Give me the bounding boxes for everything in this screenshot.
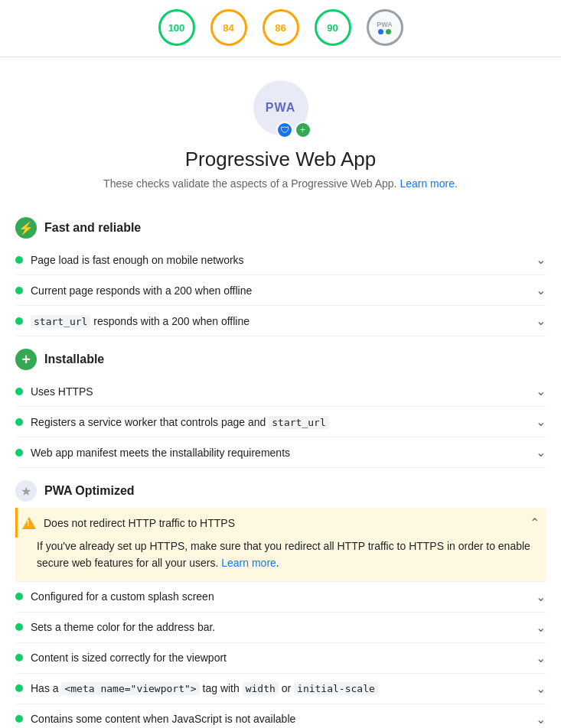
fast-reliable-title: Fast and reliable [44,221,141,235]
audit-start-url[interactable]: start_url responds with a 200 when offli… [15,306,546,336]
chevron-down-icon: ⌄ [536,252,546,267]
audit-label: Uses HTTPS [31,385,528,398]
audit-dot-pass [15,418,23,426]
audit-viewport-size[interactable]: Content is sized correctly for the viewp… [15,643,546,674]
audit-label: Web app manifest meets the installabilit… [31,447,528,459]
audit-dot-pass [15,593,23,600]
chevron-down-icon: ⌄ [536,712,546,726]
installable-title: Installable [44,353,104,366]
section-pwa-optimized-header: ★ PWA Optimized [15,468,546,508]
warning-icon [22,516,36,530]
chevron-down-icon: ⌄ [536,384,546,398]
chevron-down-icon: ⌄ [536,314,546,328]
audit-label: Content is sized correctly for the viewp… [31,652,528,664]
audit-manifest[interactable]: Web app manifest meets the installabilit… [15,437,546,468]
audit-https[interactable]: Uses HTTPS ⌄ [15,376,546,407]
pwa-optimized-icon: ★ [15,480,37,502]
pwa-optimized-title: PWA Optimized [44,484,135,498]
audit-label: Current page responds with a 200 when of… [31,284,528,297]
main-content: PWA 🛡 + Progressive Web App These checks… [0,57,561,728]
audit-expanded-detail: If you've already set up HTTPS, make sur… [15,538,546,582]
audit-theme-color[interactable]: Sets a theme color for the address bar. … [15,613,546,643]
chevron-down-icon: ⌄ [536,681,546,696]
audit-dot-pass [15,388,23,395]
chevron-down-icon: ⌄ [536,445,546,460]
hero-badge-shield: 🛡 [276,122,293,138]
audit-service-worker[interactable]: Registers a service worker that controls… [15,407,546,437]
chevron-up-icon: ⌃ [530,515,540,530]
section-installable-header: + Installable [15,336,546,376]
score-seo[interactable]: 90 [315,9,351,46]
chevron-down-icon: ⌄ [536,651,546,665]
score-bar: 100 84 86 90 PWA [0,0,561,57]
score-accessibility[interactable]: 84 [210,9,247,46]
audit-offline-200[interactable]: Current page responds with a 200 when of… [15,275,546,306]
score-best-practices[interactable]: 86 [263,9,299,46]
chevron-down-icon: ⌄ [536,414,546,429]
audit-label: start_url responds with a 200 when offli… [31,315,528,327]
section-fast-reliable-header: ⚡ Fast and reliable [15,205,546,245]
audit-no-js-content[interactable]: Contains some content when JavaScript is… [15,704,546,728]
installable-icon: + [15,349,37,370]
hero-icon: PWA 🛡 + [253,80,308,135]
audit-label: Has a <meta name="viewport"> tag with wi… [31,682,528,694]
hero-section: PWA 🛡 + Progressive Web App These checks… [15,57,546,205]
score-performance[interactable]: 100 [158,9,195,46]
audit-dot-pass [15,317,23,325]
audit-label: Does not redirect HTTP traffic to HTTPS [44,517,522,529]
hero-title: Progressive Web App [185,148,377,171]
chevron-down-icon: ⌄ [536,590,546,604]
audit-label: Sets a theme color for the address bar. [31,621,528,633]
audit-label: Registers a service worker that controls… [31,416,528,428]
score-pwa[interactable]: PWA [367,9,403,46]
audit-label: Page load is fast enough on mobile netwo… [31,254,528,266]
audit-label: Contains some content when JavaScript is… [31,713,528,725]
audit-dot-pass [15,287,23,294]
audit-dot-pass [15,715,23,723]
hero-description: These checks validate the aspects of a P… [103,177,458,190]
fast-reliable-icon: ⚡ [15,217,37,239]
audit-dot-pass [15,449,23,457]
audit-dot-pass [15,684,23,692]
audit-label: Configured for a custom splash screen [31,590,528,603]
audit-page-load[interactable]: Page load is fast enough on mobile netwo… [15,245,546,275]
audit-dot-pass [15,256,23,264]
audit-http-redirect[interactable]: Does not redirect HTTP traffic to HTTPS … [15,508,546,538]
hero-learn-more-link[interactable]: Learn more [400,177,455,190]
chevron-down-icon: ⌄ [536,620,546,635]
audit-dot-pass [15,623,23,631]
audit-dot-pass [15,654,23,661]
learn-more-link[interactable]: Learn more [221,557,276,569]
hero-badge-plus: + [295,122,311,138]
chevron-down-icon: ⌄ [536,283,546,297]
audit-splash-screen[interactable]: Configured for a custom splash screen ⌄ [15,582,546,613]
audit-meta-viewport[interactable]: Has a <meta name="viewport"> tag with wi… [15,674,546,704]
